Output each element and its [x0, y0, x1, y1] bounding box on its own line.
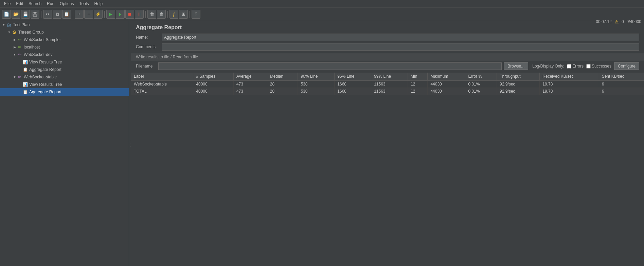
tree-item-view-results-stable[interactable]: ▶ 📊 View Results Tree — [0, 81, 129, 88]
table-cell: 12 — [408, 80, 427, 88]
main-layout: ▼ 🗂 Test Plan ▼ ⚙ Thread Group ▶ ✏ WebSo… — [0, 21, 644, 266]
table-cell: 538 — [298, 80, 335, 88]
results-table: Label # Samples Average Median 90% Line … — [131, 73, 644, 266]
menu-options[interactable]: Options — [57, 1, 76, 7]
content-panel: Aggregate Report Name: Comments: Write r… — [131, 21, 644, 266]
name-label: Name: — [136, 35, 160, 40]
status-bar: 00:07:12 ⚠ 0 0/40000 — [593, 15, 644, 28]
toggle-button[interactable]: ⚡ — [94, 10, 103, 19]
localhost-icon: ✏ — [17, 44, 22, 50]
col-max: Maximum — [428, 73, 465, 80]
sep6 — [190, 11, 190, 18]
report-icon-stable: 📋 — [22, 89, 28, 95]
errors-checkbox-label[interactable]: Errors — [567, 64, 584, 69]
tree-item-aggregate-report-stable[interactable]: ▶ 📋 Aggregate Report — [0, 88, 129, 96]
col-throughput: Throughput — [497, 73, 540, 80]
tree-item-aggregate-report-dev[interactable]: ▶ 📋 Aggregate Report — [0, 66, 129, 73]
successes-checkbox[interactable] — [586, 64, 591, 69]
tree-item-thread-group[interactable]: ▼ ⚙ Thread Group — [0, 28, 129, 36]
clear-all-button[interactable]: 🗑 — [157, 10, 166, 19]
comments-row: Comments: — [131, 42, 644, 52]
svg-rect-2 — [34, 14, 36, 16]
remove-button[interactable]: − — [84, 10, 93, 19]
arrow-thread-group: ▼ — [7, 30, 12, 35]
tree-item-websocket-dev[interactable]: ▼ ✏ WebSocket-dev — [0, 51, 129, 58]
table-cell: 44030 — [428, 80, 465, 88]
table-cell: 11563 — [371, 80, 408, 88]
tree-item-view-results-dev[interactable]: ▶ 📊 View Results Tree — [0, 58, 129, 66]
tree-item-localhost[interactable]: ▶ ✏ localhost — [0, 43, 129, 51]
save-button[interactable]: 💾 — [21, 10, 30, 19]
menu-bar: File Edit Search Run Options Tools Help — [0, 0, 644, 7]
tree-label-vrt-stable: View Results Tree — [29, 82, 62, 87]
filename-row: Filename Browse... Log/Display Only: Err… — [131, 61, 644, 71]
tree-item-websocket-stable[interactable]: ▼ ✏ WebSocket-stable — [0, 73, 129, 81]
timer-display: 00:07:12 — [596, 19, 612, 24]
arrow-ws-stable: ▼ — [12, 75, 17, 79]
function-helper-button[interactable]: ƒ — [169, 10, 178, 19]
threadgroup-icon: ⚙ — [12, 30, 17, 35]
sep4 — [145, 11, 146, 18]
toolbar: 📄 📂 💾 ✂ ⧉ 📋 + − ⚡ ▶ ⏵ ⏹ ⏸ 🗑 🗑 ƒ ⊞ ? 00:0… — [0, 7, 644, 21]
table-cell: 12 — [408, 88, 427, 95]
clear-button[interactable]: 🗑 — [147, 10, 156, 19]
browse-button[interactable]: Browse... — [504, 62, 528, 70]
tree-item-test-plan[interactable]: ▼ 🗂 Test Plan — [0, 21, 129, 28]
successes-checkbox-label[interactable]: Successes — [586, 64, 611, 69]
template-button[interactable]: ⊞ — [179, 10, 188, 19]
tree-label-ws-dev: WebSocket-dev — [24, 52, 53, 57]
tree-item-websocket-sampler[interactable]: ▶ ✏ WebSocket Sampler — [0, 36, 129, 43]
save-as-button[interactable] — [31, 10, 39, 19]
filename-input[interactable] — [158, 62, 502, 70]
col-min: Min — [408, 73, 427, 80]
menu-edit[interactable]: Edit — [13, 1, 26, 7]
table-cell: 473 — [233, 80, 267, 88]
comments-input[interactable] — [162, 43, 639, 51]
table-row: WebSocket-stable400004732853816681156312… — [131, 80, 644, 88]
table-cell: 92.9/sec — [497, 88, 540, 95]
menu-run[interactable]: Run — [44, 1, 57, 7]
help-button[interactable]: ? — [192, 10, 200, 19]
warning-count: 0 — [622, 19, 624, 24]
add-button[interactable]: + — [75, 10, 84, 19]
errors-checkbox[interactable] — [567, 64, 571, 69]
tree-label-ws-sampler: WebSocket Sampler — [24, 37, 61, 42]
col-99line: 99% Line — [371, 73, 408, 80]
table-cell: 44030 — [428, 88, 465, 95]
run-button[interactable]: ▶ — [106, 10, 115, 19]
cut-button[interactable]: ✂ — [43, 10, 52, 19]
table-cell: 6 — [599, 80, 644, 88]
table-cell: 28 — [267, 88, 298, 95]
report-icon-dev: 📋 — [22, 67, 28, 72]
run-nopause-button[interactable]: ⏵ — [116, 10, 125, 19]
table-cell: 19.78 — [540, 88, 599, 95]
table-cell: 1668 — [335, 80, 371, 88]
successes-label: Successes — [592, 64, 611, 69]
arrow-localhost: ▶ — [12, 45, 17, 50]
new-button[interactable]: 📄 — [2, 10, 11, 19]
table-header-row: Label # Samples Average Median 90% Line … — [131, 73, 644, 80]
sidebar-tree: ▼ 🗂 Test Plan ▼ ⚙ Thread Group ▶ ✏ WebSo… — [0, 21, 129, 266]
tree-label-ar-dev: Aggregate Report — [29, 67, 61, 72]
configure-button[interactable]: Configure — [614, 62, 639, 70]
tree-label-vrt-dev: View Results Tree — [29, 60, 62, 64]
col-average: Average — [233, 73, 267, 80]
arrow-ws-dev: ▼ — [12, 52, 17, 57]
menu-search[interactable]: Search — [26, 1, 44, 7]
table-cell: WebSocket-stable — [131, 80, 193, 88]
copy-button[interactable]: ⧉ — [53, 10, 61, 19]
name-input[interactable] — [162, 34, 639, 41]
menu-tools[interactable]: Tools — [76, 1, 91, 7]
sep5 — [167, 11, 168, 18]
table-cell: 28 — [267, 80, 298, 88]
table-cell: 92.9/sec — [497, 80, 540, 88]
menu-help[interactable]: Help — [91, 1, 105, 7]
paste-button[interactable]: 📋 — [62, 10, 71, 19]
errors-label: Errors — [572, 64, 584, 69]
open-button[interactable]: 📂 — [12, 10, 20, 19]
name-row: Name: — [131, 33, 644, 42]
stop-button[interactable]: ⏹ — [125, 10, 134, 19]
col-90line: 90% Line — [298, 73, 335, 80]
menu-file[interactable]: File — [1, 1, 13, 7]
shutdown-button[interactable]: ⏸ — [135, 10, 144, 19]
